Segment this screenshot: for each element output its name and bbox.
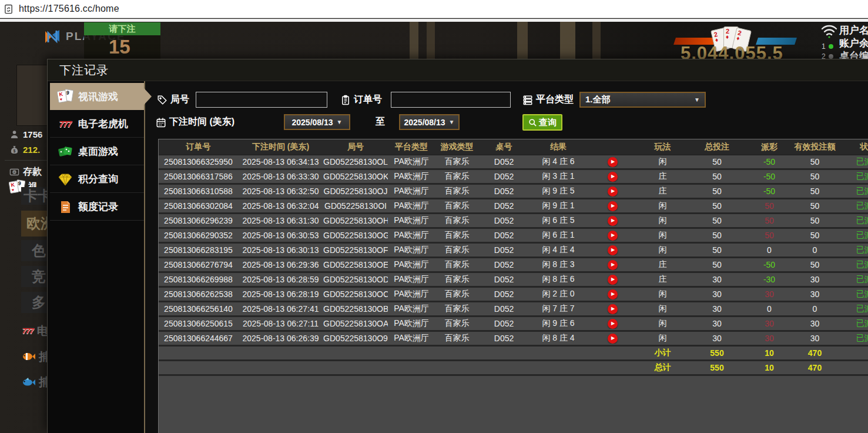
play-type-cell: 庄 (638, 186, 688, 196)
play-type-cell: 闲 (638, 333, 688, 344)
round-id-cell: GD052258130OE (323, 260, 388, 269)
order-id-cell: 250813066296239 (159, 216, 238, 225)
replay-play-button[interactable]: ▶ (608, 231, 618, 241)
total-bet-cell: 30 (688, 275, 746, 284)
round-id-cell: GD052258130OC (323, 289, 388, 299)
replay-play-button[interactable]: ▶ (608, 245, 618, 255)
result-cell: 闲 6 庄 1 (529, 230, 588, 241)
tab-label: 额度记录 (78, 200, 118, 214)
replay-play-button[interactable]: ▶ (608, 157, 618, 167)
bet-time-cell: 2025-08-13 06:31:30 (238, 216, 323, 225)
replay-play-button[interactable]: ▶ (608, 260, 618, 270)
tab-slots[interactable]: 777 电子老虎机 (50, 111, 144, 138)
replay-play-button[interactable]: ▶ (608, 319, 618, 329)
game-type-cell: 百家乐 (435, 245, 479, 255)
table-no-cell: D052 (479, 157, 529, 166)
browser-address-bar[interactable]: https://175616.cc/home (0, 0, 868, 18)
order-id-cell: 250813066302084 (159, 201, 238, 211)
table-no-cell: D052 (479, 260, 529, 269)
round-id-cell: GD052258130OJ (323, 186, 388, 196)
tab-table-games[interactable]: 桌面游戏 (50, 138, 144, 165)
payout-cell: -50 (746, 186, 792, 196)
play-type-cell: 闲 (638, 230, 688, 241)
deposit-button[interactable]: $ 存款 (9, 166, 42, 178)
replay-play-button[interactable]: ▶ (608, 216, 618, 226)
svg-text:$: $ (14, 149, 16, 154)
game-type-cell: 百家乐 (435, 274, 479, 285)
result-cell: 闲 7 庄 7 (529, 304, 588, 314)
total-bet-cell: 30 (688, 289, 746, 299)
table-row: 250813066244667 2025-08-13 06:26:39 GD05… (159, 332, 868, 347)
table-row: 250813066310588 2025-08-13 06:32:50 GD05… (159, 185, 868, 199)
calendar-icon (156, 117, 166, 128)
round-id-cell: GD052258130OG (323, 231, 388, 240)
url-text[interactable]: https://175616.cc/home (19, 4, 119, 14)
round-id-input[interactable] (196, 92, 327, 108)
bet-time-cell: 2025-08-13 06:28:59 (238, 275, 323, 284)
round-id-cell: GD052258130OH (323, 216, 388, 225)
valid-bet-cell: 50 (792, 201, 837, 211)
round-id-cell: GD052258130OA (323, 319, 388, 328)
date-to-picker[interactable]: 2025/08/13 ▼ (399, 114, 460, 130)
user-avatar[interactable] (16, 65, 48, 126)
query-button-label: 查询 (539, 117, 557, 128)
status-cell: 已派彩 (837, 304, 868, 314)
payout-cell: 50 (746, 216, 792, 225)
replay-play-button[interactable]: ▶ (608, 334, 618, 344)
replay-play-button[interactable]: ▶ (608, 201, 618, 211)
status-cell: 已派彩 (837, 215, 868, 226)
valid-bet-cell: 30 (792, 275, 837, 284)
bet-countdown-value: 15 (84, 35, 160, 60)
table-body: 250813066325950 2025-08-13 06:34:13 GD05… (159, 155, 868, 347)
valid-bet-cell: 50 (792, 157, 837, 166)
payout-cell: -30 (746, 275, 792, 284)
platform-type-select[interactable]: 1.全部 ▼ (579, 92, 706, 108)
game-type-cell: 百家乐 (435, 289, 479, 299)
total-bet-cell: 30 (688, 334, 746, 343)
clipboard-icon (340, 95, 351, 105)
table-no-cell: D052 (479, 304, 529, 314)
result-cell: 闲 2 庄 0 (529, 289, 588, 299)
platform-cell: PA欧洲厅 (388, 245, 435, 255)
play-icon: ▶ (611, 292, 615, 297)
payout-cell: -50 (746, 157, 792, 166)
total-bet-cell: 50 (688, 201, 746, 211)
tab-video-games[interactable]: 9K♥ 视讯游戏 (50, 83, 144, 110)
bet-time-cell: 2025-08-13 06:33:30 (238, 172, 323, 181)
valid-bet-cell: 50 (792, 186, 837, 196)
user-balance-row: $ 212. (9, 145, 40, 155)
document-icon (58, 200, 73, 214)
table-row: 250813066317586 2025-08-13 06:33:30 GD05… (159, 170, 868, 185)
date-to-separator: 至 (376, 116, 385, 128)
tab-quota-records[interactable]: 额度记录 (50, 194, 144, 221)
query-button[interactable]: 查询 (522, 114, 562, 131)
replay-play-button[interactable]: ▶ (608, 186, 618, 196)
tab-label: 视讯游戏 (78, 90, 118, 104)
search-icon (528, 118, 537, 127)
tab-points-query[interactable]: 积分查询 (50, 166, 144, 193)
deposit-icon: $ (9, 167, 19, 177)
payout-cell: -50 (746, 260, 792, 269)
valid-bet-cell: 50 (792, 216, 837, 225)
play-icon: ▶ (611, 159, 615, 164)
total-bet-cell: 30 (688, 304, 746, 314)
order-id-input[interactable] (391, 92, 511, 108)
table-row: 250813066283195 2025-08-13 06:30:13 GD05… (159, 244, 868, 258)
game-type-cell: 百家乐 (435, 201, 479, 211)
game-type-cell: 百家乐 (435, 230, 479, 241)
replay-play-button[interactable]: ▶ (608, 275, 618, 285)
date-from-picker[interactable]: 2025/08/13 ▼ (284, 114, 350, 130)
replay-play-button[interactable]: ▶ (608, 304, 618, 314)
status-dot-green (829, 44, 833, 49)
platform-cell: PA欧洲厅 (388, 259, 435, 270)
replay-play-button[interactable]: ▶ (608, 289, 618, 299)
page-reload-icon[interactable] (4, 4, 14, 14)
bet-time-cell: 2025-08-13 06:27:11 (238, 319, 323, 328)
replay-play-button[interactable]: ▶ (608, 172, 618, 182)
background-pillar (427, 22, 435, 59)
platform-cell: PA欧洲厅 (388, 171, 435, 182)
seat-indicator-1: 1 (822, 42, 833, 51)
play-icon: ▶ (611, 262, 615, 267)
play-icon: ▶ (611, 307, 615, 311)
result-cell: 闲 8 庄 4 (529, 333, 588, 344)
